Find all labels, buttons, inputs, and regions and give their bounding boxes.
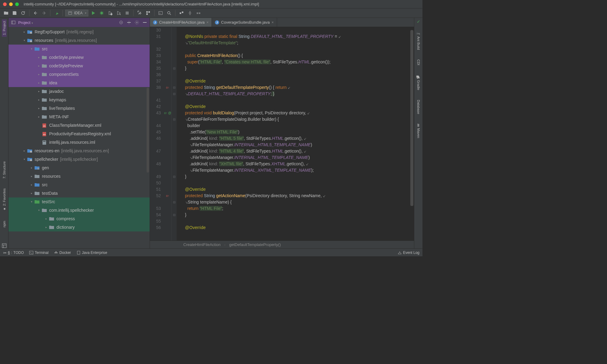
chevron-icon[interactable]: ▸ [29, 166, 35, 169]
profile-button[interactable] [115, 9, 122, 17]
maven-tool-button[interactable]: mMaven [416, 121, 421, 140]
tree-node[interactable]: ▾resources[intellij.java.resources] [8, 36, 150, 45]
tree-node[interactable]: ▾testSrc [8, 197, 150, 206]
project-structure-button[interactable] [144, 9, 152, 17]
node-context: [intellij.java.resources.en] [61, 148, 109, 153]
tree-node[interactable]: ▸RegExpSupport[intellij.regexp] [8, 28, 150, 36]
tree-node[interactable]: ▾src [8, 45, 150, 53]
close-tab-icon[interactable]: × [272, 20, 274, 25]
chevron-icon[interactable]: ▸ [36, 81, 42, 84]
hide-panel-icon[interactable] [142, 20, 147, 25]
editor-tab[interactable]: JCreateHtmlFileAction.java× [150, 18, 212, 27]
inspection-ok-icon[interactable]: ✓ [417, 19, 420, 24]
locate-file-icon[interactable] [119, 20, 124, 25]
chevron-icon[interactable]: ▾ [21, 158, 27, 161]
tree-scrollbar[interactable] [147, 88, 149, 173]
tree-node[interactable]: ▸codeStyle.preview [8, 53, 150, 62]
todo-tool-button[interactable]: ≔ 6: TODO [3, 251, 24, 255]
chevron-icon[interactable]: ▸ [21, 30, 27, 33]
project-tree[interactable]: ▸RegExpSupport[intellij.regexp]▾resource… [8, 27, 150, 248]
debug-button[interactable] [98, 9, 105, 17]
breadcrumb-method[interactable]: getDefaultTemplateProperty() [229, 242, 281, 247]
coverage-button[interactable] [107, 9, 114, 17]
terminal-tool-button[interactable]: Terminal [29, 251, 48, 255]
tree-node[interactable]: ▸src [8, 180, 150, 189]
cdi-tool-button[interactable]: CDI [416, 57, 421, 68]
ant-tool-button[interactable]: 🐜Ant Build [416, 29, 421, 52]
tree-node[interactable]: ▸compress [8, 214, 150, 223]
favorites-tool-button[interactable]: ★2: Favorites [2, 186, 7, 213]
close-window-button[interactable] [3, 2, 7, 6]
tree-node[interactable]: ▸javadoc [8, 87, 150, 96]
vcs-commit-button[interactable] [186, 9, 194, 17]
minimize-window-button[interactable] [9, 2, 13, 6]
editor-scrollbar[interactable] [410, 30, 413, 206]
expand-all-icon[interactable] [127, 20, 131, 25]
tree-node[interactable]: ▸componentSets [8, 70, 150, 79]
run-config-selector[interactable]: IDEA [65, 10, 88, 16]
forward-button[interactable] [40, 9, 48, 17]
run-button[interactable] [90, 9, 97, 17]
code-editor[interactable]: 3031323334353637384142434445464748495051… [150, 27, 414, 241]
npm-tool-button[interactable]: npm [2, 218, 7, 230]
structure-tool-button[interactable]: 7: Structure [2, 159, 7, 181]
docker-tool-button[interactable]: Docker [54, 251, 71, 255]
tree-node[interactable]: ▸gen [8, 163, 150, 172]
chevron-icon[interactable]: ▸ [36, 56, 42, 59]
maximize-window-button[interactable] [15, 2, 19, 6]
tree-node[interactable]: ▾spellchecker[intellij.spellchecker] [8, 155, 150, 163]
chevron-icon[interactable]: ▸ [43, 217, 49, 220]
breadcrumb-class[interactable]: CreateHtmlFileAction [183, 242, 221, 247]
tree-node[interactable]: ▸codeStylePreview [8, 62, 150, 70]
chevron-icon[interactable]: ▸ [29, 175, 35, 178]
refresh-button[interactable] [19, 9, 27, 17]
chevron-icon[interactable]: ▸ [43, 226, 49, 229]
tree-node[interactable]: intellij.java.resources.iml [8, 138, 150, 147]
tree-node[interactable]: ▾com.intellij.spellchecker [8, 206, 150, 214]
tree-node[interactable]: ▸META-INF [8, 113, 150, 121]
chevron-icon[interactable]: ▸ [36, 90, 42, 93]
settings-button[interactable] [136, 9, 143, 17]
chevron-icon[interactable]: ▸ [36, 107, 42, 110]
tree-node[interactable]: ▸dictionary [8, 223, 150, 231]
chevron-icon[interactable]: ▸ [29, 192, 35, 195]
chevron-icon[interactable]: ▾ [29, 200, 35, 203]
javaee-tool-button[interactable]: Java Enterprise [76, 251, 107, 255]
chevron-icon[interactable]: ▾ [29, 47, 35, 50]
tree-node[interactable]: ▸resources-en[intellij.java.resources.en… [8, 147, 150, 155]
chevron-icon[interactable]: ▸ [36, 115, 42, 118]
run-anything-button[interactable] [157, 9, 164, 17]
project-panel-title[interactable]: Project▾ [18, 20, 116, 25]
tree-node[interactable]: <>ClassTemplateManager.xml [8, 121, 150, 130]
gradle-tool-button[interactable]: 🐘Gradle [416, 72, 421, 93]
chevron-icon[interactable]: ▾ [36, 209, 42, 212]
tree-node[interactable]: ▸resources [8, 172, 150, 180]
tree-node[interactable]: ▸testData [8, 189, 150, 197]
chevron-icon[interactable]: ▸ [36, 73, 42, 76]
tree-node[interactable]: ▸liveTemplates [8, 104, 150, 113]
tree-node[interactable]: ▸idea [8, 79, 150, 87]
event-log-button[interactable]: Event Log [398, 251, 419, 255]
search-button[interactable] [165, 9, 173, 17]
close-tab-icon[interactable]: × [206, 20, 209, 25]
build-button[interactable] [53, 9, 60, 17]
database-tool-button[interactable]: Database [416, 97, 421, 116]
project-tool-button[interactable]: 1: Project [2, 19, 7, 37]
chevron-icon[interactable]: ▸ [29, 183, 35, 186]
open-file-button[interactable] [2, 9, 10, 17]
editor-tab[interactable]: JCoverageSuitesBundle.java× [212, 18, 277, 27]
chevron-icon[interactable]: ▸ [36, 64, 42, 67]
tree-node[interactable]: <>ProductivityFeaturesRegistry.xml [8, 130, 150, 138]
vcs-push-button[interactable] [195, 9, 202, 17]
back-button[interactable] [32, 9, 39, 17]
vcs-update-button[interactable] [178, 9, 185, 17]
save-button[interactable] [11, 9, 18, 17]
settings-gear-icon[interactable] [134, 20, 139, 25]
chevron-icon[interactable]: ▸ [36, 98, 42, 101]
chevron-icon[interactable]: ▸ [21, 149, 27, 152]
tree-node[interactable]: ▸keymaps [8, 96, 150, 104]
code-content[interactable]: @NonNls private static final String DEFA… [177, 27, 341, 241]
chevron-icon[interactable]: ▾ [21, 39, 27, 42]
stop-button[interactable] [124, 9, 131, 17]
tool-windows-button[interactable] [2, 243, 7, 248]
